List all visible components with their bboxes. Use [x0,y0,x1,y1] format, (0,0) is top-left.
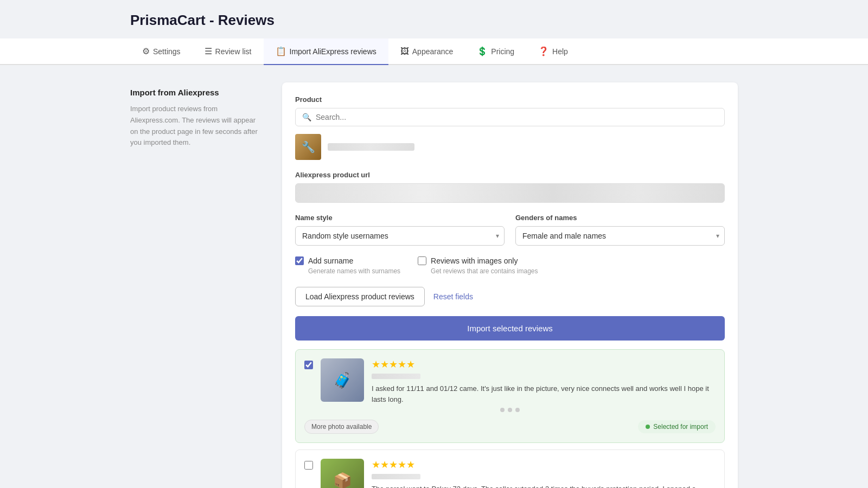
review-2-checkbox[interactable] [304,461,313,470]
add-surname-field: Add surname Generate names with surnames [295,256,400,275]
checkboxes-row: Add surname Generate names with surnames… [295,256,725,275]
url-label: Aliexpress product url [295,171,725,179]
tab-pricing[interactable]: 💲 Pricing [465,38,526,65]
product-field: Product 🔍 🔧 [295,95,725,160]
review-2-name-blur [372,474,420,479]
name-style-select[interactable]: Random style usernames First name only F… [295,226,505,246]
genders-field: Genders of names Female and male names F… [515,214,725,246]
more-photo-button[interactable]: More photo available [304,420,379,434]
page-title: PrismaCart - Reviews [0,0,868,38]
sidebar-heading: Import from Aliexpress [130,88,260,97]
tab-appearance-label: Appearance [412,47,454,56]
right-panel: Product 🔍 🔧 Aliexpress product url Name … [282,82,738,488]
review-2-text: The parcel went to Pskov 72 days. The se… [372,484,716,488]
images-only-desc: Get reviews that are contains images [418,267,538,275]
actions-row: Load Aliexpress product reviews Reset fi… [295,287,725,306]
review-1-stars: ★★★★★ [372,358,716,370]
review-1-footer: More photo available Selected for import [304,420,716,434]
dots-row-1 [304,404,716,413]
add-surname-label: Add surname [308,256,353,265]
add-surname-checkbox[interactable] [295,256,304,265]
tab-settings-label: Settings [153,47,181,56]
import-icon: 📋 [276,46,286,56]
help-icon: ❓ [538,46,549,56]
tab-review-list[interactable]: ☰ Review list [193,38,264,65]
settings-icon: ⚙ [142,46,150,56]
tab-settings[interactable]: ⚙ Settings [130,38,193,65]
genders-select[interactable]: Female and male names Female names only … [515,226,725,246]
tab-help[interactable]: ❓ Help [526,38,580,65]
review-2-content: ★★★★★ The parcel went to Pskov 72 days. … [372,459,716,488]
url-field: Aliexpress product url [295,171,725,203]
product-preview: 🔧 [295,134,725,160]
tab-appearance[interactable]: 🖼 Appearance [388,39,465,65]
tab-help-label: Help [552,47,568,56]
add-surname-desc: Generate names with surnames [295,267,400,275]
name-style-label: Name style [295,214,505,222]
appearance-icon: 🖼 [400,47,409,56]
product-label: Product [295,95,725,104]
search-input[interactable] [316,113,718,121]
sidebar-description: Import product reviews from Aliexpress.c… [130,104,260,149]
review-1-image: 🧳 [321,358,364,402]
import-selected-button[interactable]: Import selected reviews [295,316,725,341]
name-style-field: Name style Random style usernames First … [295,214,505,246]
review-card-2: 📦 ★★★★★ The parcel went to Pskov 72 days… [295,450,725,488]
tab-import-aliexpress[interactable]: 📋 Import AliExpress reviews [264,38,388,65]
url-input-blur[interactable] [295,183,725,203]
selected-badge-label: Selected for import [653,423,708,431]
product-name-blur [328,143,414,151]
review-2-stars: ★★★★★ [372,459,716,471]
review-1-text: I asked for 11/11 and 01/12 came. It's j… [372,383,716,404]
reset-fields-button[interactable]: Reset fields [433,292,473,301]
left-panel: Import from Aliexpress Import product re… [130,82,260,488]
review-card-1: 🧳 ★★★★★ I asked for 11/11 and 01/12 came… [295,349,725,443]
list-icon: ☰ [205,46,212,56]
product-thumbnail: 🔧 [295,134,321,160]
search-icon: 🔍 [302,113,311,121]
pricing-icon: 💲 [477,46,488,56]
review-1-checkbox[interactable] [304,361,313,369]
tab-pricing-label: Pricing [491,47,514,56]
review-1-name-blur [372,374,420,379]
selected-badge: Selected for import [638,420,716,433]
tab-review-list-label: Review list [215,47,252,56]
images-only-label: Reviews with images only [431,256,518,265]
review-1-content: ★★★★★ I asked for 11/11 and 01/12 came. … [372,358,716,404]
review-2-image: 📦 [321,459,364,488]
search-input-wrap[interactable]: 🔍 [295,108,725,126]
genders-label: Genders of names [515,214,725,222]
load-reviews-button[interactable]: Load Aliexpress product reviews [295,287,425,306]
images-only-checkbox[interactable] [418,256,426,265]
images-only-field: Reviews with images only Get reviews tha… [418,256,538,275]
tab-import-label: Import AliExpress reviews [290,47,376,56]
tabs-bar: ⚙ Settings ☰ Review list 📋 Import AliExp… [0,38,868,65]
